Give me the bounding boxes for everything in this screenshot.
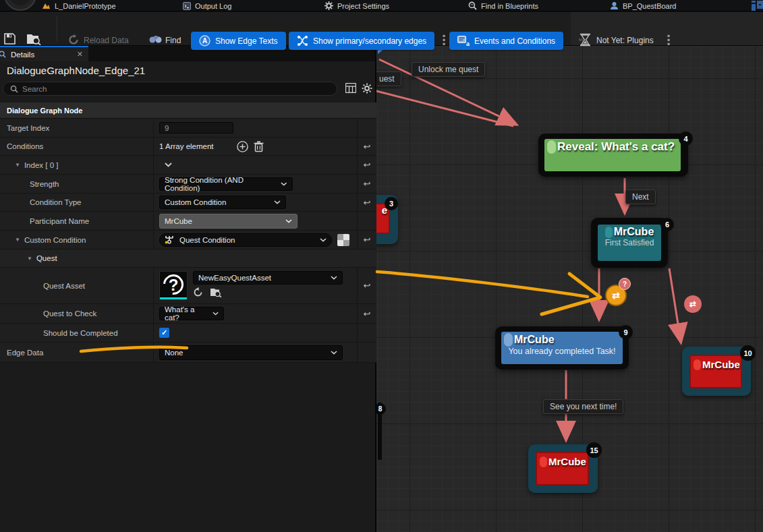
node-index-badge: 4 — [679, 131, 693, 146]
category-header[interactable]: Dialogue Graph Node — [0, 102, 376, 119]
menu-tab-output-log[interactable]: Output Log — [183, 0, 231, 11]
revert-icon[interactable]: ↩ — [357, 304, 376, 323]
node-title: MrCube — [514, 334, 555, 346]
row-should-be-completed: Should be Completed ✓ — [0, 324, 376, 343]
expander-arrow-icon[interactable]: ▼ — [15, 162, 20, 168]
menu-tab-level[interactable]: L_DanielPrototype — [42, 0, 116, 11]
menu-tab-project-settings[interactable]: Project Settings — [324, 0, 389, 11]
dropdown-value: What's a cat? — [165, 305, 207, 322]
display-filter-icon[interactable] — [345, 83, 356, 93]
revert-icon[interactable]: ↩ — [357, 194, 376, 211]
edge-label-next: Next — [625, 189, 656, 204]
should-be-completed-checkbox[interactable]: ✓ — [159, 328, 169, 338]
show-primary-secondary-edges-button[interactable]: Show primary/secondary edges — [289, 32, 434, 50]
close-icon[interactable]: ✕ — [77, 50, 83, 59]
settings-gear-icon[interactable] — [362, 83, 372, 94]
revert-icon[interactable]: ↩ — [357, 175, 376, 193]
add-element-icon[interactable] — [237, 141, 248, 152]
row-target-index: Target Index 9 — [0, 119, 376, 138]
use-selected-icon[interactable] — [193, 287, 203, 297]
row-condition-type: Condition Type Custom Condition ↩ — [0, 194, 376, 212]
details-tab[interactable]: Details ✕ — [0, 46, 88, 61]
hourglass-plugins-icon: NY — [579, 33, 592, 47]
edge-label-unlock: Unlock me quest — [412, 62, 485, 77]
class-thumbnail-checker[interactable] — [337, 234, 349, 246]
menu-tab-label: L_DanielPrototype — [55, 2, 116, 10]
details-panel: Details ✕ DialogueGraphNode_Edge_21 Dial… — [0, 46, 376, 532]
node-title: MrCube — [548, 456, 586, 467]
layout-icon[interactable] — [752, 1, 763, 11]
level-icon — [42, 2, 51, 9]
menu-tab-label: Project Settings — [337, 2, 389, 10]
participant-name-dropdown[interactable]: MrCube — [159, 214, 298, 229]
find-button[interactable]: Find — [165, 36, 181, 45]
dialogue-node-4[interactable]: Reveal: What's a cat? 4 — [538, 134, 688, 177]
edge-data-dropdown[interactable]: None — [159, 345, 343, 360]
row-quest-group[interactable]: ▼Quest — [0, 249, 376, 268]
dialogue-node-9[interactable]: MrCube You already completed Task! 9 — [495, 326, 629, 370]
dropdown-value: None — [165, 349, 183, 357]
button-label: Show Edge Texts — [215, 36, 278, 46]
chevron-down-icon — [320, 238, 327, 242]
node-index-badge: 8 — [376, 403, 386, 415]
gear-icon — [324, 1, 333, 10]
strength-dropdown[interactable]: Strong Condition (AND Condition) — [159, 177, 293, 191]
custom-condition-dropdown[interactable]: Quest Condition — [159, 233, 332, 247]
clear-array-icon[interactable] — [254, 141, 264, 152]
dialogue-graph-canvas[interactable]: uest Unlock me quest Next See you next t… — [376, 46, 763, 532]
chevron-down-icon — [285, 219, 292, 223]
edge-text-icon: A — [199, 35, 210, 47]
node-index-badge: 15 — [586, 442, 602, 458]
revert-icon[interactable]: ↩ — [357, 156, 376, 174]
row-edge-data: Edge Data None — [0, 343, 376, 363]
chevron-down-icon — [281, 182, 287, 186]
details-tab-label: Details — [11, 51, 34, 59]
revert-icon[interactable]: ↩ — [357, 138, 376, 155]
dialogue-node-10[interactable]: MrCube 10 — [682, 347, 751, 396]
node-title: MrCube — [614, 226, 654, 238]
expander-arrow-icon[interactable]: ▼ — [15, 237, 20, 243]
dropdown-value: Strong Condition (AND Condition) — [165, 176, 275, 192]
browse-to-asset-icon[interactable] — [210, 287, 222, 297]
row-index-0[interactable]: ▼Index [ 0 ] ↩ — [0, 156, 376, 175]
condition-type-dropdown[interactable]: Custom Condition — [159, 196, 286, 209]
expander-arrow-icon[interactable]: ▼ — [27, 256, 32, 262]
row-quest-to-check: Quest to Check What's a cat? ↩ — [0, 304, 376, 324]
search-input[interactable] — [22, 85, 330, 93]
svg-text:A: A — [202, 37, 207, 45]
revert-icon[interactable]: ↩ — [357, 231, 376, 249]
dialogue-node-15[interactable]: MrCube 15 — [528, 444, 598, 493]
save-icon[interactable] — [4, 33, 16, 45]
property-rows: Dialogue Graph Node Target Index 9 Condi… — [0, 102, 376, 363]
browse-icon[interactable] — [26, 32, 41, 45]
edge-label-partial: uest — [376, 71, 401, 86]
condition-indicator-red-icon[interactable]: ⇄ — [684, 295, 702, 313]
property-label: Index [ 0 ] — [24, 161, 59, 169]
menu-tab-find-blueprints[interactable]: Find in Blueprints — [468, 0, 538, 11]
property-label: Edge Data — [7, 349, 43, 357]
chevron-down-icon[interactable] — [165, 162, 172, 167]
quest-to-check-dropdown[interactable]: What's a cat? — [159, 307, 224, 320]
button-options-dots[interactable]: ••• — [442, 34, 446, 47]
target-index-input[interactable]: 9 — [159, 122, 233, 134]
dialogue-node-6[interactable]: MrCube First Satisfied 6 — [591, 218, 668, 268]
menu-tab-questboard[interactable]: BP_QuestBoard — [610, 0, 677, 11]
speaker-pill-icon — [504, 333, 513, 347]
row-custom-condition[interactable]: ▼Custom Condition Quest Condition ↩ — [0, 231, 376, 249]
reload-data-button[interactable]: Reload Data — [84, 36, 129, 45]
revert-icon[interactable]: ↩ — [357, 268, 376, 303]
property-label: Condition Type — [30, 198, 82, 206]
plugins-options-dots[interactable]: ••• — [667, 34, 671, 47]
dialogue-node-3[interactable]: e 3 — [376, 195, 398, 244]
node-subtitle: First Satisfied — [598, 238, 661, 247]
quest-asset-dropdown[interactable]: NewEasyQuestAsset — [193, 271, 343, 285]
quest-asset-thumbnail[interactable]: ? — [159, 271, 188, 299]
show-edge-texts-button[interactable]: A Show Edge Texts — [191, 32, 286, 50]
property-label: Conditions — [7, 142, 43, 150]
dropdown-value: Quest Condition — [179, 236, 235, 244]
property-label: Custom Condition — [24, 236, 86, 244]
events-and-conditions-button[interactable]: a Events and Conditions — [449, 32, 563, 50]
app-logo[interactable] — [4, 0, 36, 11]
details-search-bar[interactable] — [3, 82, 337, 96]
details-search-icon — [0, 51, 6, 58]
